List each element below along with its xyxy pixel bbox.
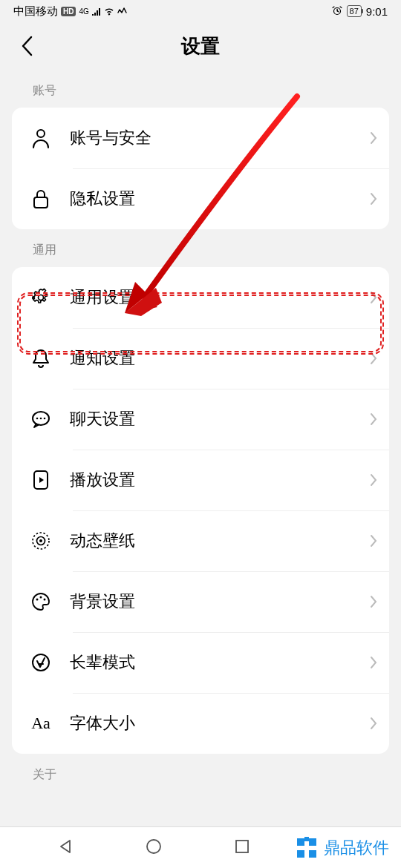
menu-background[interactable]: 背景设置 <box>12 571 389 632</box>
general-card: 通用设置 通知设置 聊天设置 播放设置 动态壁纸 背景设置 <box>12 267 389 754</box>
chat-icon <box>28 407 53 432</box>
chevron-right-icon <box>370 412 377 426</box>
elder-icon <box>28 650 53 675</box>
menu-elder-mode[interactable]: 长辈模式 <box>12 632 389 693</box>
signal-icon <box>92 5 101 18</box>
back-button[interactable] <box>13 33 40 59</box>
svg-point-6 <box>40 418 42 420</box>
menu-privacy[interactable]: 隐私设置 <box>12 168 389 229</box>
hd-badge: HD <box>61 7 76 16</box>
svg-rect-17 <box>236 841 248 852</box>
svg-rect-18 <box>297 838 304 846</box>
wifi-icon <box>104 5 114 18</box>
chevron-right-icon <box>370 192 377 206</box>
alarm-icon <box>332 5 342 18</box>
menu-label: 通用设置 <box>70 286 370 309</box>
person-icon <box>28 125 53 151</box>
chevron-right-icon <box>370 352 377 365</box>
menu-label: 播放设置 <box>70 469 370 491</box>
battery-icon: 87 <box>347 5 362 17</box>
chevron-right-icon <box>370 717 377 730</box>
gear-icon <box>28 285 53 310</box>
chevron-right-icon <box>370 473 377 487</box>
lock-icon <box>28 186 53 211</box>
svg-point-11 <box>39 539 42 542</box>
account-card: 账号与安全 隐私设置 <box>12 108 389 229</box>
menu-general-settings[interactable]: 通用设置 <box>12 267 389 328</box>
menu-label: 通知设置 <box>70 347 370 369</box>
menu-wallpaper[interactable]: 动态壁纸 <box>12 510 389 571</box>
brand-label: 鼎品软件 <box>324 837 389 859</box>
section-label-about: 关于 <box>0 754 401 792</box>
svg-point-15 <box>33 654 49 671</box>
svg-point-16 <box>147 840 160 853</box>
wallpaper-icon <box>28 528 53 553</box>
system-nav-bar: 鼎品软件 <box>0 826 401 868</box>
svg-point-12 <box>36 599 39 601</box>
svg-point-5 <box>36 418 39 420</box>
svg-rect-21 <box>309 850 316 858</box>
menu-label: 动态壁纸 <box>70 530 370 552</box>
page-title: 设置 <box>181 33 220 59</box>
chevron-right-icon <box>370 595 377 608</box>
font-icon: Aa <box>28 711 53 736</box>
time-label: 9:01 <box>366 5 388 18</box>
menu-playback[interactable]: 播放设置 <box>12 450 389 510</box>
nav-back-button[interactable] <box>56 838 77 858</box>
status-bar: 中国移动 HD 4G 87 9:01 <box>0 0 401 22</box>
chevron-right-icon <box>370 656 377 669</box>
menu-notification[interactable]: 通知设置 <box>12 328 389 389</box>
svg-point-1 <box>37 130 45 137</box>
chevron-right-icon <box>370 131 377 145</box>
brand-watermark: 鼎品软件 <box>296 837 401 859</box>
svg-rect-20 <box>297 850 304 858</box>
nav-home-button[interactable] <box>145 838 166 858</box>
section-label-general: 通用 <box>0 229 401 267</box>
menu-label: 长辈模式 <box>70 651 370 674</box>
brand-logo-icon <box>296 837 318 859</box>
menu-chat[interactable]: 聊天设置 <box>12 389 389 450</box>
menu-label: 背景设置 <box>70 591 370 613</box>
palette-icon <box>28 589 53 614</box>
menu-label: 隐私设置 <box>70 188 370 210</box>
nav-recent-button[interactable] <box>233 838 254 858</box>
svg-point-7 <box>44 418 46 420</box>
svg-point-3 <box>39 295 44 300</box>
network-type: 4G <box>79 7 88 16</box>
chevron-right-icon <box>370 291 377 304</box>
chevron-left-icon <box>20 35 33 57</box>
menu-label: 聊天设置 <box>70 408 370 430</box>
carrier-label: 中国移动 <box>13 4 58 19</box>
svg-rect-19 <box>309 838 316 846</box>
menu-label: 字体大小 <box>70 712 370 734</box>
bell-icon <box>28 346 53 371</box>
svg-rect-22 <box>304 837 309 841</box>
menu-label: 账号与安全 <box>70 127 370 149</box>
menu-account-security[interactable]: 账号与安全 <box>12 108 389 168</box>
svg-point-13 <box>40 596 42 599</box>
chevron-right-icon <box>370 534 377 548</box>
extra-icon <box>117 5 128 18</box>
svg-rect-2 <box>34 197 48 208</box>
menu-font-size[interactable]: Aa 字体大小 <box>12 693 389 754</box>
header: 设置 <box>0 22 401 70</box>
section-label-account: 账号 <box>0 70 401 108</box>
svg-point-14 <box>44 599 46 601</box>
play-icon <box>28 467 53 493</box>
